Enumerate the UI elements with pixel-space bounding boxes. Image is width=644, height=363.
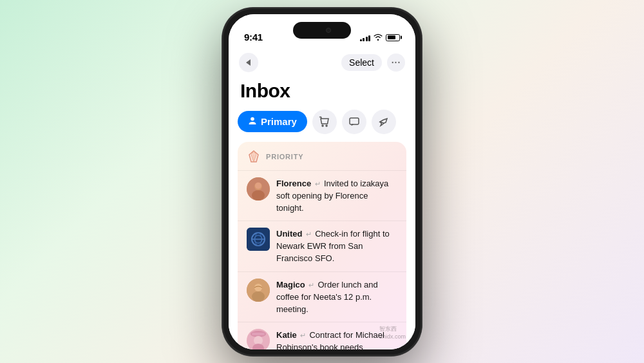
sender-magico: Magico	[276, 280, 305, 289]
priority-header: PRIORITY	[238, 150, 406, 170]
reply-icon-magico: ↵	[308, 281, 316, 289]
svg-point-18	[254, 284, 262, 291]
email-content-magico: Magico ↵ Order lunch and coffee for Neet…	[276, 279, 397, 316]
sender-united: United	[276, 229, 302, 239]
email-content-united: United ↵ Check-in for flight to Newark E…	[276, 228, 397, 265]
phone-wrapper: 9:41	[222, 8, 422, 356]
signal-bar-3	[366, 37, 368, 41]
dynamic-island	[293, 22, 351, 39]
priority-label: PRIORITY	[266, 153, 303, 161]
signal-bar-4	[368, 35, 370, 41]
back-button[interactable]	[239, 53, 258, 72]
tab-primary[interactable]: Primary	[238, 111, 307, 132]
signal-bars	[360, 34, 371, 41]
status-icons	[360, 33, 401, 43]
svg-point-19	[252, 291, 265, 302]
reply-icon-florence: ↵	[315, 180, 323, 188]
svg-point-23	[254, 336, 263, 345]
priority-section: PRIORITY Florence	[238, 142, 406, 349]
avatar-magico	[247, 279, 270, 302]
tab-shopping[interactable]	[312, 110, 337, 134]
email-item-united[interactable]: United ↵ Check-in for flight to Newark E…	[238, 221, 406, 271]
avatar-united	[247, 228, 270, 251]
reply-icon-katie: ↵	[300, 331, 308, 339]
battery-icon	[386, 34, 400, 41]
tab-messages[interactable]	[342, 110, 366, 134]
email-item-magico[interactable]: Magico ↵ Order lunch and coffee for Neet…	[238, 271, 406, 322]
avatar-katie	[247, 329, 270, 349]
back-chevron-icon	[246, 59, 251, 66]
watermark: 智东西zhidx.com	[379, 325, 406, 340]
svg-point-11	[255, 182, 261, 189]
primary-tab-icon	[248, 116, 257, 127]
nav-actions: Select ···	[341, 54, 405, 72]
email-text-katie: Katie ↵ Contract for Michael Robinson's …	[276, 330, 384, 349]
tab-promotions[interactable]	[372, 110, 396, 134]
signal-bar-2	[363, 38, 365, 41]
primary-tab-label: Primary	[261, 116, 297, 127]
tab-bar: Primary	[229, 110, 415, 142]
select-button[interactable]: Select	[341, 54, 382, 71]
more-dots: ···	[392, 57, 401, 68]
camera-dot	[326, 28, 331, 33]
reply-icon-united: ↵	[306, 230, 314, 238]
email-text-united: United ↵ Check-in for flight to Newark E…	[276, 229, 390, 263]
nav-bar: Select ···	[229, 46, 415, 77]
avatar-florence	[247, 177, 270, 201]
email-item-florence[interactable]: Florence ↵ Invited to izakaya soft openi…	[238, 170, 406, 221]
more-button[interactable]: ···	[387, 54, 405, 72]
priority-gem-icon	[247, 150, 261, 164]
signal-bar-1	[360, 39, 362, 41]
phone-screen: 9:41	[229, 14, 415, 349]
email-text-magico: Magico ↵ Order lunch and coffee for Neet…	[276, 280, 378, 314]
sender-florence: Florence	[276, 179, 311, 188]
svg-rect-22	[252, 333, 265, 335]
battery-fill	[388, 35, 396, 39]
svg-rect-3	[350, 118, 359, 124]
svg-point-10	[252, 190, 265, 201]
page-title: Inbox	[229, 77, 415, 110]
sender-katie: Katie	[276, 330, 297, 340]
svg-point-2	[326, 125, 327, 126]
content-area: Select ··· Inbox Primary	[229, 46, 415, 349]
email-content-florence: Florence ↵ Invited to izakaya soft openi…	[276, 177, 397, 215]
svg-point-0	[251, 117, 254, 121]
wifi-icon	[374, 33, 383, 43]
status-time: 9:41	[244, 32, 263, 43]
svg-point-1	[322, 125, 323, 126]
email-text-florence: Florence ↵ Invited to izakaya soft openi…	[276, 179, 388, 213]
